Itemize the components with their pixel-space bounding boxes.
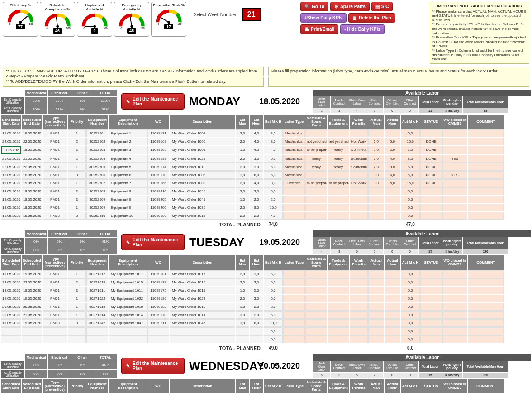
table-cell[interactable] (350, 311, 368, 319)
table-cell[interactable]: 3 (68, 171, 86, 179)
table-cell[interactable]: 4,0 (250, 138, 263, 145)
table-cell[interactable]: 4,0 (250, 179, 263, 187)
table-cell[interactable] (468, 311, 504, 319)
edit-maintenance-plan-button[interactable]: ✎Edit the Maintenance Plan (121, 93, 185, 110)
table-cell[interactable] (43, 335, 67, 343)
table-cell[interactable]: Mechanical (283, 155, 305, 163)
table-cell[interactable] (305, 335, 327, 343)
table-cell[interactable]: PM01 (43, 303, 67, 311)
table-cell[interactable]: 80271015 (86, 278, 108, 286)
table-cell[interactable] (109, 327, 147, 335)
table-cell[interactable]: Equipment 8 (109, 187, 147, 195)
table-cell[interactable]: My Work Order 1007 (170, 129, 235, 137)
table-cell[interactable] (328, 335, 349, 343)
table-cell[interactable]: 80252509 (86, 204, 108, 211)
table-cell[interactable]: 11099169 (147, 138, 169, 145)
table-cell[interactable] (328, 212, 349, 220)
table-cell[interactable]: ready (328, 163, 349, 171)
table-cell[interactable]: 0,0 (401, 311, 420, 319)
table-cell[interactable]: Mechanical (283, 129, 305, 137)
table-cell[interactable] (68, 335, 86, 343)
table-cell[interactable]: Mechanical (283, 163, 305, 171)
table-cell[interactable]: 0,0 (264, 327, 283, 335)
table-cell[interactable] (442, 270, 467, 278)
table-cell[interactable] (385, 287, 400, 294)
table-cell[interactable]: 0,0 (401, 327, 420, 335)
table-cell[interactable] (468, 270, 504, 278)
table-cell[interactable]: 5,0 (385, 179, 400, 187)
table-cell[interactable]: 20.05.2020 (1, 303, 21, 311)
table-cell[interactable] (368, 311, 384, 319)
table-cell[interactable]: not yet checked (305, 138, 327, 145)
table-cell[interactable] (442, 311, 467, 319)
table-cell[interactable] (442, 138, 467, 145)
table-cell[interactable] (368, 335, 384, 343)
table-cell[interactable]: DONE (420, 163, 442, 171)
table-cell[interactable] (468, 179, 504, 187)
table-cell[interactable]: My Equipment 1047 (109, 319, 147, 327)
table-cell[interactable]: 2,0 (264, 196, 283, 203)
table-cell[interactable] (420, 187, 442, 195)
delete-plan-button[interactable]: 🗑Delete the Plan (348, 13, 395, 23)
edit-maintenance-plan-button[interactable]: ✎Edit the Maintenance Plan (121, 358, 185, 374)
table-cell[interactable] (468, 155, 504, 163)
table-cell[interactable]: 19.05.2020 (22, 270, 42, 278)
table-cell[interactable]: 80252502 (86, 138, 108, 145)
table-cell[interactable] (368, 187, 384, 195)
table-cell[interactable] (420, 295, 442, 302)
table-cell[interactable] (468, 146, 504, 154)
table-cell[interactable] (420, 270, 442, 278)
table-cell[interactable]: 3,0 (250, 187, 263, 195)
table-cell[interactable]: 2,0 (250, 311, 263, 319)
table-cell[interactable]: My Work Order 1017 (170, 270, 235, 278)
table-cell[interactable]: 1 (68, 129, 86, 137)
table-cell[interactable]: 11099166 (147, 179, 169, 187)
table-cell[interactable] (350, 319, 368, 327)
table-cell[interactable]: 19.05.2020 (22, 319, 42, 327)
table-cell[interactable]: 6,0 (264, 278, 283, 286)
table-cell[interactable] (385, 270, 400, 278)
table-cell[interactable]: 18.05.2020 (22, 287, 42, 294)
table-cell[interactable]: 18.05.2020 (1, 187, 21, 195)
table-cell[interactable] (385, 335, 400, 343)
table-cell[interactable]: 4,0 (385, 155, 400, 163)
table-cell[interactable]: 8,0 (401, 155, 420, 163)
table-cell[interactable]: 11099174 (147, 163, 169, 171)
table-cell[interactable] (442, 163, 467, 171)
table-cell[interactable]: My Work Order 1018 (170, 303, 235, 311)
table-cell[interactable]: 2,0 (236, 204, 249, 211)
table-cell[interactable] (109, 335, 147, 343)
table-cell[interactable]: 6,0 (264, 155, 283, 163)
table-cell[interactable]: 3 (68, 146, 86, 154)
table-cell[interactable]: 0,0 (401, 187, 420, 195)
table-cell[interactable]: 8,0 (264, 129, 283, 137)
table-cell[interactable] (468, 163, 504, 171)
table-cell[interactable]: 1,0 (368, 146, 384, 154)
table-cell[interactable] (385, 278, 400, 286)
table-cell[interactable]: 2,0 (368, 155, 384, 163)
table-cell[interactable]: 80271047 (86, 319, 108, 327)
table-cell[interactable] (305, 287, 327, 294)
table-cell[interactable]: 19.05.2020 (1, 319, 21, 327)
table-cell[interactable]: 80252506 (86, 171, 108, 179)
table-cell[interactable]: PM03 (43, 319, 67, 327)
table-cell[interactable]: 1 (68, 204, 86, 211)
table-cell[interactable] (468, 129, 504, 137)
table-cell[interactable]: My Equipment 1014 (109, 311, 147, 319)
table-cell[interactable]: 11099200 (147, 204, 169, 211)
table-cell[interactable]: PM01 (43, 278, 67, 286)
table-cell[interactable] (442, 303, 467, 311)
table-cell[interactable]: 5,0 (250, 287, 263, 294)
table-cell[interactable] (468, 171, 504, 179)
table-cell[interactable] (368, 129, 384, 137)
table-cell[interactable] (328, 287, 349, 294)
table-cell[interactable]: 11099171 (147, 129, 169, 137)
edit-maintenance-plan-button[interactable]: ✎Edit the Maintenance Plan (121, 234, 185, 250)
table-cell[interactable]: 3,0 (250, 295, 263, 302)
show-kpis-button[interactable]: +Show Daily KPIs (300, 13, 347, 23)
table-cell[interactable]: 18.05.2020 (1, 196, 21, 203)
table-cell[interactable]: 18.05.2020 (1, 287, 21, 294)
table-cell[interactable] (368, 204, 384, 211)
table-cell[interactable]: Confined Spaces (350, 146, 368, 154)
table-cell[interactable]: 80271018 (86, 303, 108, 311)
